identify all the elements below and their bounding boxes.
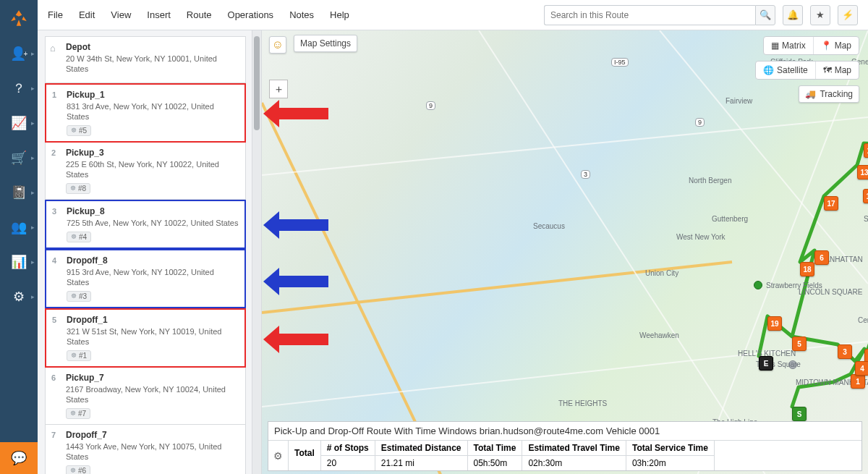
summary-col-value: 03h:20m [626,456,714,470]
menu-help[interactable]: Help [330,9,349,20]
map-label: Union City [645,269,678,277]
map-marker[interactable]: E [759,356,773,371]
stop-name: Dropoff_7 [66,430,239,440]
summary-col-label: Total Service Time [626,441,714,456]
stop-name: Depot [66,42,239,52]
shield-icon: I-95 [611,58,629,67]
map-marker[interactable]: S [792,407,807,421]
summary-col-label: Total Time [468,441,522,456]
search-button[interactable]: 🔍 [755,5,775,25]
summary-col-value: 05h:50m [468,456,522,470]
map-marker[interactable]: 3 [838,344,852,359]
main-menu: File Edit View Insert Route Operations N… [48,9,349,20]
sidebar-item-admin[interactable]: ⚙▸ [0,279,38,314]
sidebar-item-team[interactable]: 👥▸ [0,210,38,245]
stop-item[interactable]: 3Pickup_8725 5th Ave, New York, NY 10022… [45,200,246,249]
annotation-arrow [263,100,328,127]
map-marker[interactable]: 6 [814,250,829,265]
menu-edit[interactable]: Edit [79,9,95,20]
stop-address: 725 5th Ave, New York, NY 10022, United … [67,218,239,228]
truck-icon: 🚚 [805,89,816,99]
map-view-toggle: ▦Matrix 📍Map [763,36,859,55]
map-marker[interactable]: 18 [800,262,814,276]
shield-icon: 9 [695,118,705,127]
stop-item[interactable]: 4Dropoff_8915 3rd Ave, New York, NY 1002… [45,249,246,308]
sidebar-item-orders[interactable]: 🛒▸ [0,140,38,175]
stop-item[interactable]: 1Pickup_1831 3rd Ave, New York, NY 10022… [45,83,246,143]
stop-tag: #3 [67,291,91,302]
brand-logo[interactable] [0,0,38,36]
actions-button[interactable]: ⚡ [838,5,858,25]
map-icon: 🗺 [823,65,832,75]
map-label: Solomon R. Guggenheim... [864,215,868,223]
summary-col-label: # of Stops [321,441,375,456]
poi-icon [754,281,762,289]
route-map[interactable]: I-95 278 25A 25A 9 9 3 495 General Grant… [262,30,868,474]
map-zoom-in[interactable]: ＋ [269,80,288,98]
map-marker[interactable]: 19 [767,316,782,331]
route-summary: Pick-Up and Drop-Off Route With Time Win… [268,421,862,471]
stop-name: Dropoff_8 [67,255,239,266]
pegman-icon[interactable]: ☺ [269,36,286,54]
map-marker[interactable]: 13 [857,165,868,179]
sidebar-chat[interactable]: 💬 [0,442,38,474]
sidebar-item-help[interactable]: ？▸ [0,71,38,106]
view-map[interactable]: 📍Map [813,37,859,54]
stop-name: Pickup_8 [67,206,239,216]
sidebar-item-analytics[interactable]: 📊▸ [0,245,38,279]
summary-column: Estimated Distance21.21 mi [375,441,468,470]
stop-tag: #4 [67,232,91,242]
stop-item[interactable]: 7Dropoff_71443 York Ave, New York, NY 10… [45,425,246,474]
stop-index: 6 [51,373,56,382]
favorites-button[interactable]: ★ [810,5,830,25]
search-input[interactable] [544,5,755,25]
notifications-button[interactable]: 🔔 [783,5,803,25]
map-label: Strawberry Fields [766,282,822,289]
tracking-button[interactable]: 🚚Tracking [799,85,859,103]
stop-index: 1 [52,90,56,99]
sidebar-item-add-user[interactable]: 👤+▸ [0,36,38,71]
map-marker[interactable]: 1 [851,374,865,389]
map-marker[interactable]: 17 [824,196,838,211]
map-label: Guttenberg [712,215,748,223]
menu-view[interactable]: View [111,9,131,20]
summary-col-label: Estimated Travel Time [522,441,626,456]
stop-index: 5 [52,316,56,324]
stops-list[interactable]: ⌂Depot20 W 34th St, New York, NY 10001, … [38,30,252,474]
stop-address: 20 W 34th St, New York, NY 10001, United… [66,54,239,75]
map-label: Fairview [726,97,752,105]
menu-file[interactable]: File [48,9,63,20]
type-map[interactable]: 🗺Map [815,62,859,79]
map-marker[interactable]: 4 [855,361,868,376]
map-marker[interactable]: 14 [864,143,868,158]
stop-tag: #6 [66,465,90,474]
type-satellite[interactable]: 🌐Satellite [756,62,815,79]
map-marker[interactable]: 5 [792,337,807,351]
view-matrix[interactable]: ▦Matrix [764,37,813,54]
map-label: THE HEIGHTS [558,399,607,407]
menu-operations[interactable]: Operations [228,9,274,20]
stop-address: 321 W 51st St, New York, NY 10019, Unite… [67,326,239,347]
stop-item[interactable]: 2Pickup_3225 E 60th St, New York, NY 100… [45,143,246,200]
menu-route[interactable]: Route [187,9,212,20]
menu-insert[interactable]: Insert [147,9,171,20]
stop-index: 4 [52,256,56,265]
stop-item[interactable]: 6Pickup_72167 Broadway, New York, NY 100… [45,368,246,425]
sidebar-item-addressbook[interactable]: 📓▸ [0,175,38,210]
stop-tag: #5 [67,125,91,136]
menu-notes[interactable]: Notes [289,9,314,20]
stops-scrollbar[interactable] [252,30,262,474]
stop-name: Pickup_3 [66,148,239,158]
shield-icon: 3 [581,170,590,179]
summary-settings-icon[interactable]: ⚙ [268,441,289,470]
summary-col-label: Estimated Distance [375,441,467,456]
map-marker[interactable]: 16 [863,189,868,203]
stop-tag: #8 [66,183,90,194]
map-label: West New York [676,233,726,241]
summary-col-value: 21.21 mi [375,456,467,470]
sidebar-item-routes[interactable]: 📈▸ [0,106,38,140]
globe-icon: 🌐 [763,65,774,75]
stop-item[interactable]: 5Dropoff_1321 W 51st St, New York, NY 10… [45,308,246,368]
map-settings-button[interactable]: Map Settings [294,35,357,52]
stop-item[interactable]: ⌂Depot20 W 34th St, New York, NY 10001, … [45,36,246,83]
